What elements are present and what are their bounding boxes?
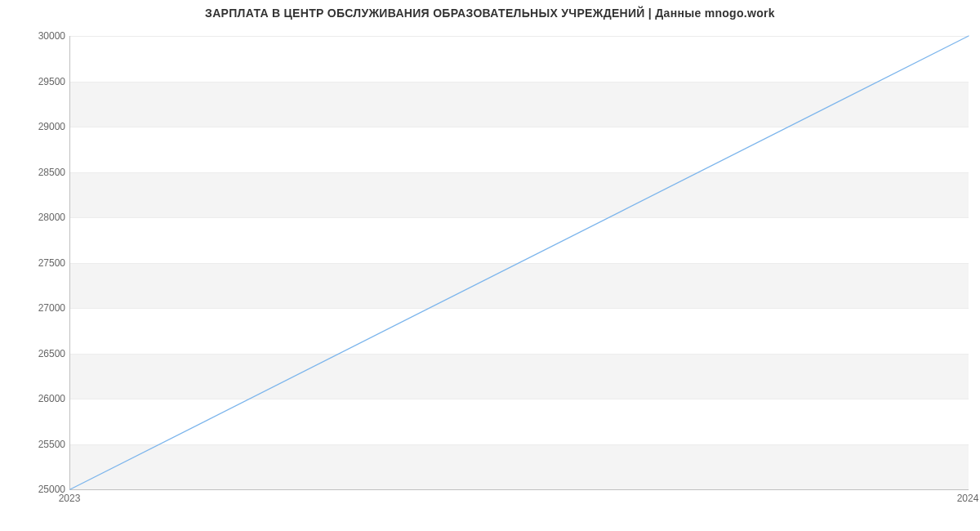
y-tick-label: 30000 bbox=[0, 30, 65, 42]
plot-area bbox=[69, 36, 969, 490]
y-tick-label: 28500 bbox=[0, 167, 65, 178]
y-tick-label: 29500 bbox=[0, 76, 65, 87]
x-tick-label: 2023 bbox=[59, 493, 81, 504]
y-tick-label: 27000 bbox=[0, 302, 65, 314]
y-tick-label: 26500 bbox=[0, 348, 65, 359]
y-tick-label: 28000 bbox=[0, 212, 65, 223]
y-tick-label: 29000 bbox=[0, 121, 65, 132]
y-tick-label: 25000 bbox=[0, 484, 65, 495]
series-line bbox=[70, 36, 969, 489]
y-tick-label: 26000 bbox=[0, 393, 65, 404]
x-tick-label: 2024 bbox=[957, 493, 979, 504]
series-layer bbox=[70, 36, 969, 489]
chart-title: ЗАРПЛАТА В ЦЕНТР ОБСЛУЖИВАНИЯ ОБРАЗОВАТЕ… bbox=[0, 7, 980, 20]
y-tick-label: 25500 bbox=[0, 439, 65, 450]
chart-container: ЗАРПЛАТА В ЦЕНТР ОБСЛУЖИВАНИЯ ОБРАЗОВАТЕ… bbox=[0, 0, 980, 531]
y-tick-label: 27500 bbox=[0, 257, 65, 269]
